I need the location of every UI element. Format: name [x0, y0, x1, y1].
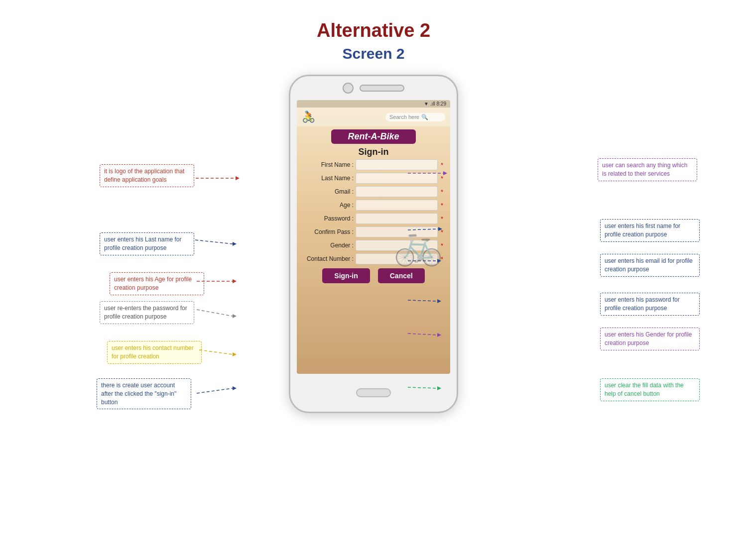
- phone-bottom: [356, 374, 391, 412]
- status-bar: ▼ .ıll 8:29: [297, 100, 450, 108]
- password-required: *: [441, 215, 443, 223]
- first-name-required: *: [441, 161, 443, 169]
- phone-top-bar: [290, 76, 457, 100]
- phone-mockup: ▼ .ıll 8:29 🚴 Search here 🔍 Rent-A-Bike …: [289, 75, 458, 413]
- svg-marker-11: [233, 279, 237, 283]
- phone-screen: ▼ .ıll 8:29 🚴 Search here 🔍 Rent-A-Bike …: [297, 100, 450, 374]
- annotation-logo: it is logo of the application that defin…: [100, 164, 194, 187]
- status-icons: ▼ .ıll 8:29: [424, 101, 446, 107]
- password-input[interactable]: [356, 213, 438, 224]
- svg-marker-7: [233, 242, 237, 246]
- svg-line-14: [197, 310, 233, 316]
- confirm-pass-label: Confirm Pass :: [304, 228, 354, 235]
- annotation-gmail: user enters his email id for profile cre…: [600, 254, 700, 277]
- annotation-age: user enters his Age for profile creation…: [110, 272, 204, 295]
- gender-input[interactable]: [356, 240, 438, 251]
- password-label: Password :: [304, 215, 354, 222]
- gmail-label: Gmail :: [304, 188, 354, 195]
- form-row-age: Age : *: [304, 200, 443, 211]
- form-row-gmail: Gmail : *: [304, 186, 443, 197]
- confirm-pass-required: *: [441, 228, 443, 236]
- annotation-first-name: user enters his first name for profile c…: [600, 219, 700, 242]
- gender-label: Gender :: [304, 242, 354, 249]
- first-name-label: First Name :: [304, 161, 354, 168]
- contact-label: Contact Number :: [304, 255, 354, 262]
- annotation-last-name: user enters his Last name for profile cr…: [100, 232, 194, 255]
- form-area: First Name : * Last Name : * Gmail : * A…: [297, 159, 450, 264]
- form-row-last-name: Last Name : *: [304, 173, 443, 184]
- form-row-gender: Gender : *: [304, 240, 443, 251]
- search-icon: 🔍: [421, 114, 428, 120]
- annotation-search: user can search any thing which is relat…: [598, 158, 697, 181]
- page-title-alt: Alternative 2: [0, 20, 747, 41]
- app-header: 🚴 Search here 🔍: [297, 108, 450, 126]
- annotation-signin: there is create user account after the c…: [97, 378, 191, 409]
- home-button[interactable]: [356, 388, 391, 397]
- annotation-gender: user enters his Gender for profile creat…: [600, 328, 700, 350]
- page-title-screen: Screen 2: [0, 45, 747, 62]
- annotation-cancel: user clear the fill data with the help o…: [600, 378, 700, 401]
- phone-speaker: [360, 85, 404, 92]
- svg-marker-1: [236, 176, 240, 180]
- svg-line-18: [199, 350, 233, 354]
- age-input[interactable]: [356, 200, 438, 211]
- phone-camera: [343, 83, 354, 94]
- button-row: Sign-in Cancel: [297, 268, 450, 283]
- gmail-required: *: [441, 188, 443, 196]
- svg-line-20: [197, 388, 233, 393]
- contact-input[interactable]: [356, 253, 438, 264]
- svg-line-6: [195, 240, 233, 244]
- gender-required: *: [441, 242, 443, 249]
- app-logo-icon: 🚴: [302, 111, 315, 123]
- brand-banner: Rent-A-Bike: [331, 129, 416, 144]
- annotation-confirm-pass: user re-enters the password for profile …: [100, 301, 194, 324]
- search-bar[interactable]: Search here 🔍: [385, 113, 445, 121]
- confirm-pass-input[interactable]: [356, 226, 438, 237]
- cancel-button[interactable]: Cancel: [378, 268, 425, 283]
- svg-marker-19: [233, 352, 237, 356]
- form-row-first-name: First Name : *: [304, 159, 443, 170]
- signin-heading: Sign-in: [297, 147, 450, 157]
- svg-marker-21: [233, 386, 237, 390]
- last-name-required: *: [441, 175, 443, 182]
- form-row-confirm-pass: Confirm Pass : *: [304, 226, 443, 237]
- age-required: *: [441, 202, 443, 209]
- last-name-input[interactable]: [356, 173, 438, 184]
- signin-button[interactable]: Sign-in: [322, 268, 370, 283]
- svg-marker-15: [233, 314, 237, 318]
- first-name-input[interactable]: [356, 159, 438, 170]
- annotation-contact: user enters his contact number for profi…: [107, 341, 202, 364]
- age-label: Age :: [304, 202, 354, 209]
- annotation-password: user enters his password for profile cre…: [600, 293, 700, 316]
- gmail-input[interactable]: [356, 186, 438, 197]
- contact-required: *: [441, 255, 443, 263]
- last-name-label: Last Name :: [304, 175, 354, 182]
- form-row-password: Password : *: [304, 213, 443, 224]
- search-placeholder-text: Search here: [389, 114, 419, 120]
- form-row-contact: Contact Number : *: [304, 253, 443, 264]
